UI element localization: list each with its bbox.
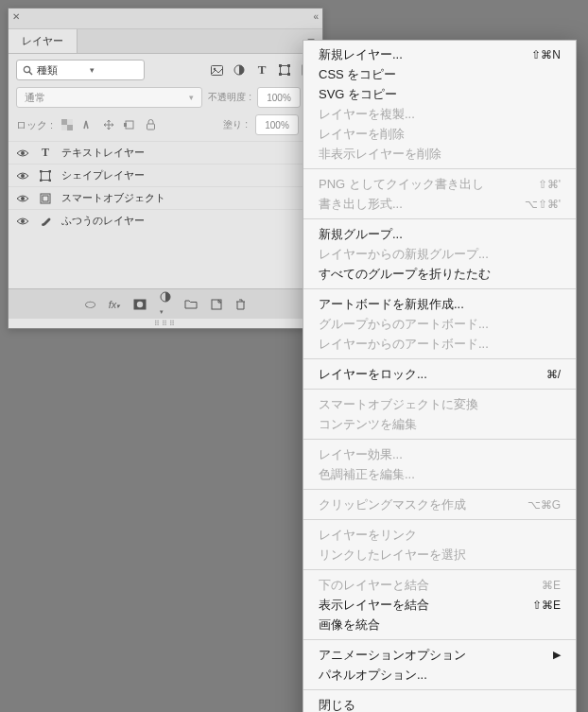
panel-titlebar: ✕ « — [9, 9, 322, 29]
menu-item-label: レイヤーからの新規グループ... — [319, 246, 489, 263]
menu-item-label: 書き出し形式... — [319, 196, 403, 213]
layer-type-icon — [39, 215, 52, 228]
chevron-down-icon: ▾ — [90, 65, 139, 75]
blend-mode-label: 通常 — [25, 91, 45, 105]
opacity-input[interactable]: 100% — [257, 87, 301, 108]
adjustment-icon[interactable]: ▾ — [160, 291, 171, 317]
visibility-icon[interactable] — [16, 171, 29, 181]
lock-all-icon[interactable] — [144, 118, 157, 131]
menu-item: レイヤーを複製... — [303, 104, 576, 124]
menu-item-label: レイヤーを削除 — [319, 126, 405, 143]
svg-rect-6 — [279, 64, 282, 67]
layer-row[interactable]: Tテキストレイヤー — [9, 141, 322, 164]
menu-separator — [303, 389, 576, 390]
fill-input[interactable]: 100% — [255, 114, 299, 135]
svg-rect-16 — [124, 123, 127, 127]
trash-icon[interactable] — [235, 299, 246, 310]
menu-shortcut: ⇧⌘' — [538, 178, 561, 191]
menu-shortcut: ⌘E — [542, 579, 561, 592]
layer-name: テキストレイヤー — [61, 146, 145, 160]
filter-type-icon[interactable]: T — [254, 62, 269, 78]
svg-rect-20 — [42, 171, 50, 180]
visibility-icon[interactable] — [16, 217, 29, 226]
visibility-icon[interactable] — [16, 194, 29, 203]
menu-item[interactable]: SVG をコピー — [303, 84, 576, 104]
menu-item-label: すべてのグループを折りたたむ — [319, 266, 491, 283]
svg-line-1 — [29, 72, 32, 75]
menu-separator — [303, 489, 576, 490]
menu-item[interactable]: 画像を統合 — [303, 615, 576, 634]
menu-item[interactable]: CSS をコピー — [303, 64, 576, 84]
menu-item[interactable]: パネルオプション... — [303, 665, 576, 685]
svg-point-0 — [24, 66, 29, 72]
svg-rect-13 — [61, 119, 67, 125]
svg-rect-7 — [287, 64, 290, 67]
menu-shortcut: ⇧⌘E — [532, 599, 561, 612]
mask-icon[interactable] — [133, 299, 147, 310]
menu-item[interactable]: レイヤーをロック...⌘/ — [303, 364, 576, 384]
menu-shortcut: ⌥⌘G — [527, 498, 561, 512]
panel-footer: ⬭ fx▾ ▾ — [9, 288, 322, 319]
lock-position-icon[interactable] — [102, 118, 115, 131]
visibility-icon[interactable] — [16, 148, 29, 158]
layer-row[interactable]: ふつうのレイヤー — [9, 209, 322, 232]
menu-item: 書き出し形式...⌥⇧⌘' — [303, 194, 576, 214]
layers-list: Tテキストレイヤーシェイプレイヤースマートオブジェクトふつうのレイヤー — [9, 141, 322, 232]
lock-transparent-icon[interactable] — [61, 118, 74, 131]
group-icon[interactable] — [184, 299, 198, 309]
collapse-icon[interactable]: « — [313, 11, 319, 22]
menu-item: グループからのアートボード... — [303, 314, 576, 334]
filter-kind-select[interactable]: 種類 ▾ — [16, 60, 145, 80]
layer-row[interactable]: シェイプレイヤー — [9, 164, 322, 186]
menu-item-label: 新規レイヤー... — [319, 46, 403, 63]
svg-rect-17 — [147, 124, 154, 130]
menu-item: レイヤーをリンク — [303, 525, 576, 545]
layer-row[interactable]: スマートオブジェクト — [9, 186, 322, 209]
menu-item-label: アートボードを新規作成... — [319, 296, 464, 313]
submenu-arrow-icon: ▶ — [553, 649, 561, 661]
fx-icon[interactable]: fx▾ — [109, 299, 121, 310]
lock-pixels-icon[interactable] — [81, 118, 95, 131]
link-icon[interactable]: ⬭ — [85, 297, 95, 312]
menu-item[interactable]: 表示レイヤーを結合⇧⌘E — [303, 595, 576, 615]
tab-layers[interactable]: レイヤー — [9, 29, 78, 53]
menu-item: 色調補正を編集... — [303, 464, 576, 484]
menu-item[interactable]: 新規グループ... — [303, 224, 576, 244]
new-layer-icon[interactable] — [211, 299, 222, 310]
filter-shape-icon[interactable] — [277, 62, 292, 78]
fill-label: 塗り : — [223, 118, 248, 131]
menu-shortcut: ⇧⌘N — [531, 48, 561, 61]
filter-adjust-icon[interactable] — [232, 62, 247, 78]
blend-mode-select[interactable]: 通常 ▾ — [16, 87, 202, 108]
opacity-label: 不透明度 : — [208, 91, 251, 104]
lock-row: ロック : 塗り : 100% ▾ — [9, 111, 322, 141]
menu-item-label: グループからのアートボード... — [319, 316, 489, 333]
menu-item-label: レイヤーを複製... — [319, 106, 415, 123]
menu-separator — [303, 569, 576, 570]
menu-shortcut: ⌥⇧⌘' — [525, 198, 561, 211]
menu-item: PNG としてクイック書き出し⇧⌘' — [303, 174, 576, 194]
svg-rect-14 — [67, 125, 73, 130]
menu-item-label: レイヤーをロック... — [319, 366, 427, 383]
close-icon[interactable]: ✕ — [12, 11, 20, 22]
layers-context-menu: 新規レイヤー...⇧⌘NCSS をコピーSVG をコピーレイヤーを複製...レイ… — [303, 40, 577, 712]
lock-artboard-icon[interactable] — [123, 118, 136, 131]
resize-grip[interactable]: ⠿⠿⠿ — [9, 319, 322, 328]
menu-item: コンテンツを編集 — [303, 414, 576, 434]
menu-shortcut: ⌘/ — [546, 368, 561, 381]
svg-point-30 — [137, 301, 143, 306]
menu-item-label: 下のレイヤーと結合 — [319, 577, 429, 594]
menu-item-label: 新規グループ... — [319, 226, 403, 243]
menu-item[interactable]: すべてのグループを折りたたむ — [303, 264, 576, 284]
menu-item: レイヤー効果... — [303, 444, 576, 464]
menu-item[interactable]: 閉じる — [303, 695, 576, 712]
svg-point-28 — [21, 219, 25, 223]
menu-item[interactable]: 新規レイヤー...⇧⌘N — [303, 44, 576, 64]
menu-item[interactable]: アートボードを新規作成... — [303, 294, 576, 314]
menu-item: レイヤーからの新規グループ... — [303, 244, 576, 264]
menu-separator — [303, 358, 576, 359]
layer-type-icon: T — [39, 147, 52, 160]
filter-pixel-icon[interactable] — [209, 62, 224, 78]
svg-rect-24 — [49, 179, 52, 182]
menu-item[interactable]: アニメーションオプション▶ — [303, 645, 576, 665]
